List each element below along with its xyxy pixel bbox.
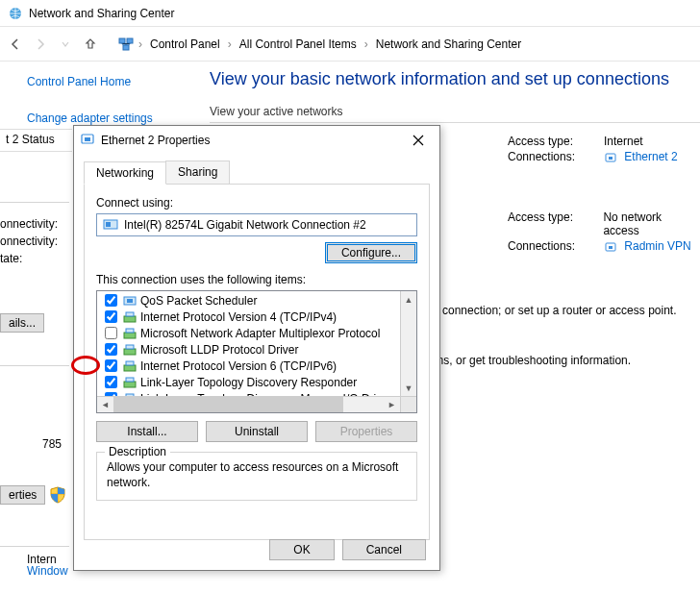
chevron-right-icon: ›: [228, 37, 232, 51]
back-button[interactable]: [4, 33, 27, 56]
access-type-value: No network access: [603, 210, 700, 237]
items-label: This connection uses the following items…: [96, 273, 417, 286]
svg-rect-14: [124, 316, 136, 322]
troubleshoot-text: problems, or get troubleshooting informa…: [402, 354, 700, 367]
adapter-field[interactable]: Intel(R) 82574L Gigabit Network Connecti…: [96, 213, 417, 236]
forward-button[interactable]: [29, 33, 52, 56]
svg-rect-21: [126, 361, 134, 365]
protocol-checkbox[interactable]: [105, 343, 117, 356]
protocol-item[interactable]: Link-Layer Topology Discovery Responder: [97, 374, 416, 390]
connection-link[interactable]: Ethernet 2: [624, 150, 677, 163]
protocol-item[interactable]: Microsoft Network Adapter Multiplexor Pr…: [97, 325, 416, 341]
nic-icon: [103, 218, 118, 232]
uninstall-button[interactable]: Uninstall: [206, 421, 308, 442]
protocol-list[interactable]: QoS Packet SchedulerInternet Protocol Ve…: [96, 290, 417, 413]
control-panel-home-link[interactable]: Control Panel Home: [27, 75, 187, 88]
scroll-down-icon[interactable]: ▼: [401, 380, 416, 396]
shield-icon: [49, 486, 66, 504]
fragment-rule: [0, 202, 69, 203]
connection-link[interactable]: Radmin VPN: [624, 239, 690, 253]
protocol-checkbox[interactable]: [105, 310, 117, 323]
breadcrumb-item[interactable]: Network and Sharing Center: [372, 36, 525, 53]
protocol-item[interactable]: Internet Protocol Version 4 (TCP/IPv4): [97, 309, 416, 325]
scroll-thumb[interactable]: [113, 397, 343, 412]
cancel-button[interactable]: Cancel: [342, 539, 426, 560]
details-button-fragment[interactable]: ails...: [0, 313, 44, 333]
protocol-label: Internet Protocol Version 4 (TCP/IPv4): [140, 310, 337, 324]
connect-using-label: Connect using:: [96, 196, 417, 210]
protocol-checkbox[interactable]: [105, 327, 117, 339]
protocol-checkbox[interactable]: [105, 294, 117, 307]
tab-sharing[interactable]: Sharing: [165, 161, 230, 184]
protocol-icon: [123, 327, 137, 340]
breadcrumb[interactable]: › Control Panel › All Control Panel Item…: [112, 31, 696, 58]
network-info-1: Access type: Internet Connections: Ether…: [508, 135, 700, 164]
chevron-right-icon: ›: [364, 37, 368, 51]
dialog-footer: OK Cancel: [269, 539, 426, 560]
state-label-fragment: tate:: [0, 252, 22, 265]
protocol-item[interactable]: QoS Packet Scheduler: [97, 292, 416, 309]
horizontal-scrollbar[interactable]: ◄ ►: [97, 396, 416, 412]
description-legend: Description: [105, 445, 170, 458]
install-button[interactable]: Install...: [96, 421, 198, 442]
svg-rect-1: [119, 38, 125, 43]
connections-label: Connections:: [508, 150, 590, 164]
protocol-icon: [123, 376, 137, 389]
navigation-bar: › Control Panel › All Control Panel Item…: [0, 27, 700, 62]
svg-rect-22: [124, 382, 136, 387]
protocol-item[interactable]: Internet Protocol Version 6 (TCP/IPv6): [97, 358, 416, 374]
protocol-checkbox[interactable]: [105, 376, 117, 388]
fragment-rule: [0, 365, 69, 366]
svg-rect-11: [106, 222, 111, 227]
chevron-right-icon: ›: [138, 37, 142, 51]
protocol-icon: [123, 343, 137, 357]
svg-rect-18: [124, 349, 136, 355]
close-button[interactable]: [403, 129, 434, 152]
bytes-value-fragment: 785: [42, 437, 62, 451]
vertical-scrollbar[interactable]: ▲ ▼: [400, 291, 416, 396]
page-heading: View your basic network information and …: [210, 69, 700, 89]
network-info-2: Access type: No network access Connectio…: [508, 210, 700, 254]
ethernet-properties-dialog: Ethernet 2 Properties Networking Sharing…: [73, 125, 440, 571]
dialog-title: Ethernet 2 Properties: [101, 134, 403, 147]
svg-rect-9: [85, 137, 90, 141]
svg-rect-23: [126, 378, 134, 382]
svg-rect-17: [126, 329, 134, 333]
protocol-icon: [123, 359, 137, 373]
properties-button-fragment[interactable]: erties: [0, 485, 45, 505]
description-group: Description Allows your computer to acce…: [96, 452, 417, 501]
protocol-icon: [123, 310, 137, 324]
svg-rect-13: [127, 299, 133, 303]
protocol-label: Microsoft LLDP Protocol Driver: [140, 343, 299, 357]
scroll-right-icon[interactable]: ►: [384, 397, 400, 412]
dialog-titlebar[interactable]: Ethernet 2 Properties: [74, 126, 439, 155]
recent-dropdown[interactable]: [54, 33, 77, 56]
connectivity-label-fragment: onnectivity:: [0, 217, 58, 231]
svg-rect-15: [126, 312, 134, 316]
protocol-checkbox[interactable]: [105, 359, 117, 372]
access-type-label: Access type:: [508, 135, 590, 148]
scroll-left-icon[interactable]: ◄: [97, 397, 113, 412]
breadcrumb-item[interactable]: All Control Panel Items: [236, 36, 361, 53]
network-center-icon: [8, 6, 23, 21]
protocol-item[interactable]: Microsoft LLDP Protocol Driver: [97, 341, 416, 358]
fragment-rule: [0, 546, 69, 547]
properties-button[interactable]: Properties: [315, 421, 417, 442]
breadcrumb-item[interactable]: Control Panel: [146, 36, 224, 53]
connectivity-label-fragment: onnectivity:: [0, 235, 58, 248]
tab-networking[interactable]: Networking: [84, 161, 166, 185]
ethernet-icon: [604, 240, 617, 254]
windows-link-fragment[interactable]: Window: [27, 564, 68, 578]
connections-label: Connections:: [508, 239, 590, 254]
tab-bar: Networking Sharing: [84, 161, 430, 185]
svg-rect-5: [609, 157, 612, 160]
svg-rect-16: [124, 333, 136, 338]
adapter-name: Intel(R) 82574L Gigabit Network Connecti…: [124, 218, 366, 232]
up-button[interactable]: [79, 33, 102, 56]
svg-rect-19: [126, 345, 134, 349]
configure-button[interactable]: Configure...: [325, 242, 417, 263]
ethernet-icon: [604, 151, 617, 164]
scroll-up-icon[interactable]: ▲: [401, 291, 416, 308]
ok-button[interactable]: OK: [269, 539, 334, 560]
network-icon: [117, 36, 135, 53]
